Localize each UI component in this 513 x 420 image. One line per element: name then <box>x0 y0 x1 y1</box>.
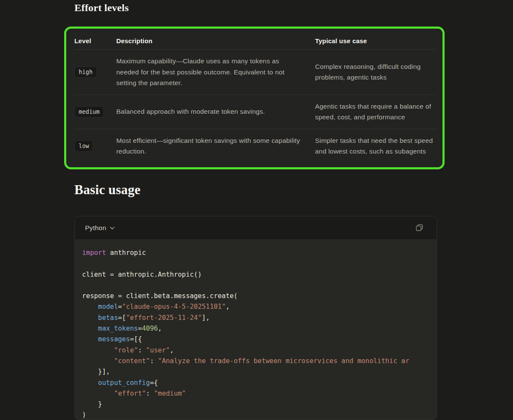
language-selector-label: Python <box>85 224 106 232</box>
code-line: max_tokens=4096, <box>82 323 436 334</box>
code-content: import anthropicclient = anthropic.Anthr… <box>75 240 436 420</box>
use-case-cell: Agentic tasks that require a balance of … <box>315 101 437 123</box>
code-line: }], <box>82 367 436 377</box>
description-cell: Most efficient—significant token savings… <box>116 135 315 157</box>
table-row-low: low Most efficient—significant token sav… <box>74 129 437 163</box>
highlight-box: Level Description Typical use case high … <box>64 27 445 169</box>
copy-icon <box>415 224 424 232</box>
description-cell: Balanced approach with moderate token sa… <box>116 106 315 117</box>
code-line: } <box>82 399 436 410</box>
language-selector[interactable]: Python <box>85 224 115 232</box>
chevron-down-icon <box>110 227 115 230</box>
code-line: "content": "Analyze the trade-offs betwe… <box>82 356 436 367</box>
effort-levels-table: Level Description Typical use case high … <box>74 32 437 163</box>
table-header-row: Level Description Typical use case <box>74 32 437 49</box>
code-line: betas=["effort-2025-11-24"], <box>82 313 436 323</box>
code-line: "role": "user", <box>82 345 436 356</box>
table-row-medium: medium Balanced approach with moderate t… <box>74 95 437 129</box>
description-cell: Maximum capability—Claude uses as many t… <box>116 56 315 89</box>
code-line: ) <box>82 410 436 420</box>
basic-usage-heading: Basic usage <box>74 182 141 198</box>
level-badge-low: low <box>74 140 93 152</box>
column-header-description: Description <box>116 37 315 44</box>
code-line: model="claude-opus-4-5-20251101", <box>82 302 436 312</box>
code-line: messages=[{ <box>82 334 436 345</box>
level-cell: low <box>74 140 116 152</box>
code-line: "effort": "medium" <box>82 388 436 399</box>
use-case-cell: Complex reasoning, difficult coding prob… <box>315 61 437 83</box>
effort-levels-heading: Effort levels <box>74 2 129 14</box>
use-case-cell: Simpler tasks that need the best speed a… <box>315 135 437 157</box>
level-badge-high: high <box>74 66 97 78</box>
level-cell: medium <box>74 106 116 118</box>
code-line: client = anthropic.Anthropic() <box>82 269 436 280</box>
level-cell: high <box>74 66 116 78</box>
level-badge-medium: medium <box>74 106 104 118</box>
column-header-level: Level <box>74 37 116 44</box>
code-line <box>82 280 436 291</box>
code-line <box>82 258 436 269</box>
table-row-high: high Maximum capability—Claude uses as m… <box>74 49 437 95</box>
code-line: import anthropic <box>82 248 436 258</box>
column-header-use-case: Typical use case <box>315 37 437 44</box>
code-line: output_config={ <box>82 378 436 388</box>
code-block: Python import anthropicclient = anthropi… <box>74 216 437 420</box>
code-line: response = client.beta.messages.create( <box>82 291 436 302</box>
docs-page: Effort levels Level Description Typical … <box>0 0 513 420</box>
copy-button[interactable] <box>413 222 425 234</box>
code-block-header: Python <box>75 216 436 240</box>
